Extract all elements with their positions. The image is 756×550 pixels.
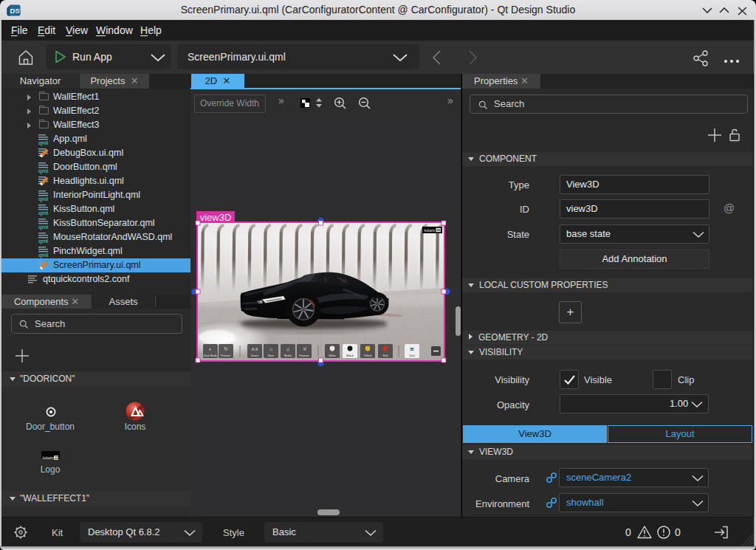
svg-text:kukartv: kukartv — [43, 456, 54, 460]
svg-text:2D: 2D — [55, 456, 60, 460]
